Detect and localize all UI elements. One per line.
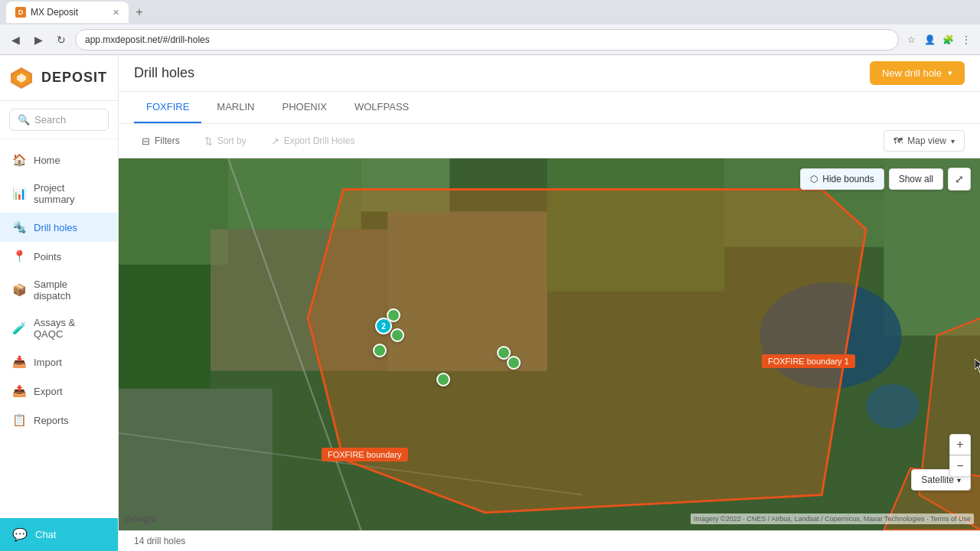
reload-btn[interactable]: ↻: [52, 31, 70, 49]
hide-bounds-button[interactable]: ⬡ Hide bounds: [800, 168, 884, 190]
nav-icon-drill-holes: 🔩: [12, 220, 26, 234]
toolbar: ⊟ Filters ⇅ Sort by ↗ Export Drill Holes…: [119, 124, 980, 158]
svg-marker-18: [308, 190, 866, 513]
nav-label-drill-holes: Drill holes: [34, 222, 77, 233]
export-icon: ↗: [271, 135, 279, 147]
sort-by-button[interactable]: ⇅ Sort by: [197, 131, 254, 152]
fullscreen-button[interactable]: ⤢: [948, 168, 971, 191]
header-actions: New drill hole ▾: [870, 61, 965, 85]
map-svg: [119, 158, 980, 530]
profile-btn[interactable]: 👤: [922, 32, 937, 47]
nav-label-sample-dispatch: Sample dispatch: [34, 279, 106, 302]
tab-phoenix[interactable]: PHOENIX: [270, 92, 339, 123]
foxfire-boundary-label: FOXFIRE boundary: [322, 448, 408, 461]
bookmark-btn[interactable]: ☆: [903, 32, 919, 47]
sidebar-item-drill-holes[interactable]: 🔩 Drill holes: [0, 213, 118, 242]
chat-label: Chat: [35, 529, 56, 540]
project-tabs: FOXFIREMARLINPHOENIXWOLFPASS: [119, 92, 980, 124]
bounds-icon: ⬡: [810, 174, 818, 184]
drill-hole-marker-1[interactable]: [387, 308, 400, 322]
status-bar: 14 drill holes: [119, 530, 980, 551]
logo-text: DEPOSIT: [41, 70, 107, 86]
export-label: Export Drill Holes: [284, 135, 355, 146]
filters-button[interactable]: ⊟ Filters: [134, 131, 188, 152]
sidebar-item-sample-dispatch[interactable]: 📦 Sample dispatch: [0, 271, 118, 309]
address-bar[interactable]: app.mxdeposit.net/#/drill-holes: [75, 29, 899, 51]
tab-favicon: D: [15, 7, 26, 18]
hide-bounds-label: Hide bounds: [822, 174, 874, 184]
sort-by-label: Sort by: [217, 135, 247, 146]
tab-close-btn[interactable]: ✕: [113, 8, 119, 18]
nav-label-reports: Reports: [34, 415, 69, 426]
filter-icon: ⊟: [142, 135, 150, 147]
nav-label-home: Home: [34, 155, 60, 166]
zoom-controls: + −: [949, 434, 971, 477]
nav-icon-home: 🏠: [12, 153, 26, 167]
tab-wolfpass[interactable]: WOLFPASS: [342, 92, 421, 123]
sort-icon: ⇅: [204, 135, 213, 147]
nav-label-points: Points: [34, 251, 61, 262]
svg-point-14: [866, 384, 919, 429]
svg-rect-15: [119, 389, 273, 530]
sidebar-item-import[interactable]: 📥 Import: [0, 347, 118, 377]
extensions-btn[interactable]: 🧩: [940, 32, 956, 47]
nav-icon-export: 📤: [12, 384, 26, 398]
zoom-out-button[interactable]: −: [949, 455, 971, 477]
nav-label-export: Export: [34, 386, 63, 397]
sidebar: DEPOSIT 🔍 Search 🏠 Home 📊 Project summar…: [0, 55, 119, 551]
sidebar-item-points[interactable]: 📍 Points: [0, 242, 118, 271]
foxfire-boundary-1-label: FOXFIRE boundary 1: [762, 354, 855, 368]
map-view-button[interactable]: 🗺 Map view ▾: [884, 130, 965, 152]
back-btn[interactable]: ◀: [6, 31, 24, 49]
export-drill-holes-button[interactable]: ↗ Export Drill Holes: [263, 131, 363, 152]
nav-icon-reports: 📋: [12, 413, 26, 427]
fullscreen-icon: ⤢: [955, 173, 964, 185]
sidebar-item-assays-qaqc[interactable]: 🧪 Assays & QAQC: [0, 309, 118, 347]
map-icon: 🗺: [893, 135, 903, 146]
new-drill-hole-label: New drill hole: [882, 67, 942, 79]
map-view-chevron-icon: ▾: [951, 137, 955, 145]
show-all-button[interactable]: Show all: [889, 168, 943, 190]
sidebar-item-reports[interactable]: 📋 Reports: [0, 406, 118, 435]
sidebar-item-project-summary[interactable]: 📊 Project summary: [0, 174, 118, 213]
drill-hole-marker-3[interactable]: [373, 344, 387, 357]
drill-hole-marker-6[interactable]: [436, 373, 450, 386]
app-topbar: DEPOSIT: [0, 55, 118, 101]
map-controls-top: ⬡ Hide bounds Show all ⤢: [800, 168, 971, 191]
zoom-in-icon: +: [956, 438, 963, 452]
sidebar-item-export[interactable]: 📤 Export: [0, 377, 118, 406]
drill-holes-count: 14 drill holes: [134, 536, 185, 546]
map-background: ⬡ Hide bounds Show all ⤢ 2: [119, 158, 980, 530]
search-placeholder: Search: [34, 114, 66, 126]
sidebar-search-area: 🔍 Search: [0, 101, 118, 139]
zoom-out-icon: −: [956, 459, 963, 473]
tab-foxfire[interactable]: FOXFIRE: [134, 92, 201, 123]
browser-tab-active[interactable]: D MX Deposit ✕: [6, 2, 129, 23]
drill-hole-marker-5[interactable]: [507, 356, 521, 370]
nav-icon-points: 📍: [12, 249, 26, 263]
sidebar-search-box[interactable]: 🔍 Search: [9, 109, 109, 131]
nav-label-import: Import: [34, 357, 62, 368]
tab-marlin[interactable]: MARLIN: [204, 92, 266, 123]
page-header: Drill holes New drill hole ▾: [119, 55, 980, 92]
show-all-label: Show all: [899, 174, 933, 184]
menu-btn[interactable]: ⋮: [959, 32, 974, 47]
chat-section[interactable]: 💬 Chat: [0, 518, 118, 551]
forward-btn[interactable]: ▶: [29, 31, 47, 49]
main-content: Drill holes New drill hole ▾ FOXFIREMARL…: [119, 55, 980, 551]
map-view-label: Map view: [907, 135, 946, 146]
zoom-in-button[interactable]: +: [949, 434, 971, 455]
map-copyright: Imagery ©2022 · CNES / Airbus, Landsat /…: [691, 514, 974, 524]
nav-icon-project-summary: 📊: [12, 187, 26, 201]
nav-icon-sample-dispatch: 📦: [12, 283, 26, 297]
nav-icon-import: 📥: [12, 355, 26, 369]
new-tab-btn[interactable]: +: [129, 2, 150, 23]
nav-label-project-summary: Project summary: [34, 182, 106, 205]
logo-icon: [9, 66, 34, 90]
new-drill-hole-button[interactable]: New drill hole ▾: [870, 61, 965, 85]
svg-rect-7: [119, 265, 211, 389]
google-watermark: Google: [125, 514, 156, 524]
map-container[interactable]: ⬡ Hide bounds Show all ⤢ 2: [119, 158, 980, 530]
drill-hole-marker-2[interactable]: [390, 328, 404, 342]
sidebar-item-home[interactable]: 🏠 Home: [0, 145, 118, 174]
